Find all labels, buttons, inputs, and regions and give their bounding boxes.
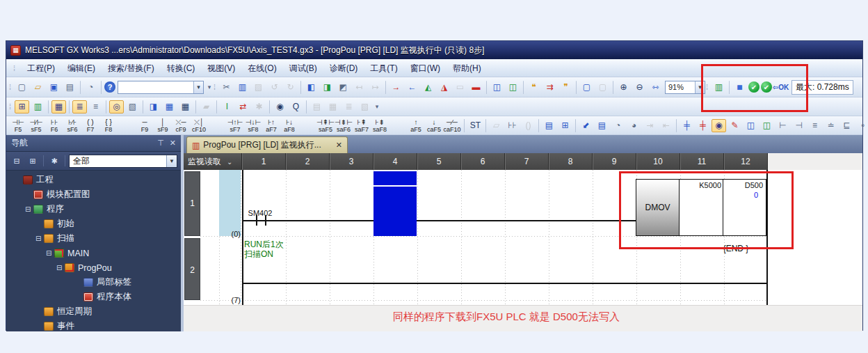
online-diagnostics-icon[interactable]: ◮ (437, 81, 451, 94)
monitor-mode-icon[interactable]: ◉ (712, 119, 726, 132)
coil-button[interactable]: ( )F7 (81, 118, 99, 133)
menu-item[interactable]: 在线(O) (241, 61, 282, 75)
statement-insert-icon[interactable]: ❝ (527, 81, 541, 94)
toolbar-overflow-icon[interactable] (205, 84, 214, 91)
insert-mode-icon[interactable]: ⊞ (558, 119, 572, 132)
menu-item[interactable]: 转换(C) (161, 61, 202, 75)
tree-expander-icon[interactable]: ⊟ (35, 235, 44, 242)
module-configuration-icon[interactable]: ▦ (51, 100, 66, 113)
closed-branch-button[interactable]: ⊦∕⊦sF6 (63, 118, 81, 133)
undo-icon[interactable]: ↺ (267, 81, 282, 94)
menu-item[interactable]: 工具(T) (364, 61, 403, 75)
tree-item-project[interactable]: 工程 (6, 173, 181, 187)
device-display-dropdown-icon[interactable]: ◉ (273, 100, 287, 113)
connection-destination-icon[interactable]: ▥ (31, 100, 45, 113)
toolbar-overflow-icon[interactable] (373, 103, 381, 110)
watch-window4-icon[interactable]: ▧ (357, 100, 372, 113)
invert-operation-up-button[interactable]: ↑aF5 (407, 118, 425, 133)
menu-item[interactable]: 诊断(D) (323, 61, 364, 75)
watch-window3-icon[interactable]: ≣ (341, 100, 356, 113)
device-list-icon[interactable]: ◩ (336, 81, 351, 94)
wire-right-icon[interactable]: ⊢ (775, 119, 790, 132)
falling-pulse-close-button[interactable]: ⊣⇟⊢saF6 (335, 118, 353, 133)
device-batch-monitor-icon[interactable]: ◫ (490, 81, 504, 94)
rising-pulse-button[interactable]: ⊣↑⊢sF7 (226, 118, 244, 133)
fit-width-icon[interactable]: ⇿ (648, 81, 663, 94)
wire-down-icon[interactable]: ⊣ (791, 119, 806, 132)
closed-contact-button[interactable]: ⊣∕⊢sF5 (27, 118, 45, 133)
rising-pulse-close-button[interactable]: ⊣⇞⊢saF5 (316, 118, 335, 133)
io-check-icon[interactable]: ⇄ (236, 100, 250, 113)
verify-with-plc-icon[interactable]: ◭ (421, 81, 435, 94)
edit-list-icon[interactable]: ▤ (542, 119, 556, 132)
tree-item-main[interactable]: ⊟ MAIN (6, 246, 181, 260)
align-left-icon[interactable]: ≡ (807, 119, 822, 132)
device-forced-icon[interactable]: ◫ (760, 119, 774, 132)
keyword-combo[interactable] (118, 81, 204, 94)
read-from-plc-icon[interactable]: ← (405, 81, 419, 94)
invert-operation-down-button[interactable]: ↓caF5 (425, 118, 443, 133)
register-watch-icon[interactable]: ↤ (352, 81, 367, 94)
redo-icon[interactable]: ↻ (283, 81, 298, 94)
tree-item-module-config[interactable]: 模块配置图 (6, 187, 181, 202)
cut-icon[interactable]: ✂ (219, 81, 234, 94)
unregister-watch-icon[interactable]: ↦ (368, 81, 383, 94)
watch-window-icon[interactable]: ◫ (506, 81, 520, 94)
menu-item[interactable]: 编辑(E) (61, 61, 102, 75)
toolbar-grip[interactable] (9, 81, 14, 93)
vertical-line-button[interactable]: │sF9 (154, 118, 172, 133)
delete-vertical-line-button[interactable]: ⤬│cF10 (190, 118, 208, 133)
rising-pulse-branch-button[interactable]: ⊦↑aF7 (262, 118, 280, 133)
help-icon[interactable]: ? (104, 81, 115, 93)
open-branch-button[interactable]: ⊦⊦F6 (45, 118, 63, 133)
watch-window2-icon[interactable]: ▦ (326, 100, 340, 113)
plc-memory-icon[interactable]: ▬ (469, 81, 483, 94)
device-find-icon[interactable]: ◧ (304, 81, 319, 94)
close-icon[interactable]: ✕ (170, 139, 176, 148)
open-project-icon[interactable]: ▱ (31, 81, 45, 94)
application-instruction-button[interactable]: { }F8 (99, 118, 118, 133)
wire-delete-icon[interactable]: ╪ (696, 119, 710, 132)
menu-item[interactable]: 工程(P) (21, 61, 61, 75)
pou-jump-icon[interactable]: ∘ (855, 119, 868, 132)
write-ladder-icon[interactable]: ⬋ (579, 119, 593, 132)
inline-st-icon[interactable]: ST (468, 119, 483, 132)
tree-collapse-icon[interactable]: ⊟ (10, 155, 24, 167)
insert-column-icon[interactable]: ⇥ (643, 119, 657, 132)
delete-column-icon[interactable]: ⇤ (659, 119, 673, 132)
paste-icon[interactable]: ▨ (251, 81, 266, 94)
print-icon[interactable]: ▤ (63, 81, 77, 94)
cross-reference-icon[interactable]: ◨ (320, 81, 335, 94)
justify-icon[interactable]: ⊑ (839, 119, 854, 132)
note-insert-icon[interactable]: ❞ (558, 81, 573, 94)
menu-item[interactable]: 调试(B) (283, 61, 323, 75)
rising-pulse-close-branch-button[interactable]: ⊦⇞saF7 (353, 118, 371, 133)
structured-list-icon[interactable]: ≡ (88, 100, 103, 113)
remote-operation-icon[interactable]: ▭ (453, 81, 467, 94)
coil-format-icon[interactable]: () (521, 119, 536, 132)
tree-item-initial[interactable]: 初始 (6, 217, 181, 231)
tree-item-program[interactable]: ⊟ 程序 (6, 202, 181, 217)
tree-expander-icon[interactable]: ⊟ (46, 249, 54, 257)
zoom-out-icon[interactable]: ⊖ (632, 81, 647, 94)
navigation-window-icon[interactable]: ⊞ (15, 100, 29, 113)
menu-item[interactable]: 窗口(W) (404, 61, 447, 75)
display-color-icon[interactable]: ▢ (579, 81, 594, 94)
search-contact-icon[interactable]: ◔ (611, 119, 625, 132)
pin-icon[interactable]: ⊤ (157, 139, 164, 148)
device-comment-icon[interactable]: ▦ (162, 100, 177, 113)
open-contact-button[interactable]: ⊣⊢F5 (9, 118, 27, 133)
search-coil-icon[interactable]: ◕ (627, 119, 641, 132)
falling-pulse-branch-button[interactable]: ⊦↓aF8 (280, 118, 298, 133)
tree-filter-combo[interactable]: 全部 (69, 155, 177, 168)
tree-item-program-body[interactable]: 程序本体 (6, 290, 181, 304)
falling-pulse-close-branch-button[interactable]: ⊦⇟saF8 (371, 118, 389, 133)
title-bar[interactable]: ▦ MELSOFT GX Works3 ...ers\Administrator… (6, 41, 862, 59)
falling-pulse-button[interactable]: ⊣↓⊢sF8 (244, 118, 262, 133)
menu-item[interactable]: 搜索/替换(F) (102, 61, 161, 75)
wire-draw-icon[interactable]: ╪ (680, 119, 694, 132)
toolbar-grip[interactable] (9, 100, 14, 113)
contact-coil-swap-icon[interactable]: ⊦⊦ (505, 119, 520, 132)
write-to-plc-icon[interactable]: → (389, 81, 403, 94)
combo-dropdown-icon[interactable] (166, 155, 177, 167)
